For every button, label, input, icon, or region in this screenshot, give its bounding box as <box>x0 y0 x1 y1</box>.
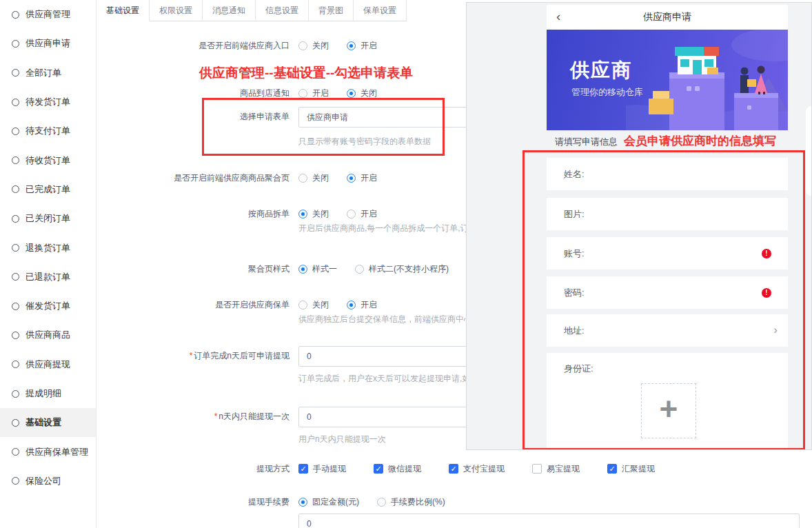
sidebar-item-已退款订单[interactable]: 已退款订单 <box>0 263 96 292</box>
banner-illustration <box>626 30 788 130</box>
radio-option-关闭[interactable]: 关闭 <box>298 40 329 52</box>
radio-label: 样式一 <box>312 263 337 275</box>
item-bullet-icon <box>12 477 19 485</box>
tab-信息设置[interactable]: 信息设置 <box>256 0 309 21</box>
radio-label: 开启 <box>312 88 329 99</box>
sidebar-item-催发货订单[interactable]: 催发货订单 <box>0 292 96 321</box>
radio-option-开启[interactable]: 开启 <box>347 299 377 311</box>
sidebar-item-供应商提现[interactable]: 供应商提现 <box>0 350 96 379</box>
phone-page-title: 供应商申请 <box>643 11 691 23</box>
sidebar-item-已关闭订单[interactable]: 已关闭订单 <box>0 204 96 233</box>
sidebar-item-label: 提成明细 <box>26 387 61 400</box>
form-section-title: 请填写申请信息 <box>555 136 618 148</box>
mobile-preview-panel: ‹ 供应商申请 <box>466 2 812 450</box>
radio-option-固定金额(元)[interactable]: 固定金额(元) <box>298 496 359 508</box>
phone-field-密码[interactable]: 密码:! <box>547 276 788 309</box>
sidebar-item-待发货订单[interactable]: 待发货订单 <box>0 88 96 116</box>
radio-option-手续费比例(%)[interactable]: 手续费比例(%) <box>377 496 445 508</box>
phone-field-账号[interactable]: 账号:! <box>547 237 788 270</box>
sidebar-item-退换货订单[interactable]: 退换货订单 <box>0 233 96 262</box>
radio-option-样式二(不支持小程序)[interactable]: 样式二(不支持小程序) <box>355 263 449 275</box>
checkbox-option-微信提现[interactable]: ✓微信提现 <box>374 463 421 475</box>
radio-label: 开启 <box>361 208 377 220</box>
phone-field-地址[interactable]: 地址:› <box>547 314 788 347</box>
form-row-label: 按商品拆单 <box>97 204 290 223</box>
sidebar-item-label: 基础设置 <box>26 416 61 429</box>
item-bullet-icon <box>12 128 19 135</box>
radio-option-关闭[interactable]: 关闭 <box>298 299 329 311</box>
item-bullet-icon <box>12 419 19 427</box>
sidebar-item-供应商保单管理[interactable]: 供应商保单管理 <box>0 437 96 466</box>
upload-plus-icon[interactable]: + <box>641 383 696 438</box>
radio-option-开启[interactable]: 开启 <box>347 208 377 220</box>
phone-field-姓名[interactable]: 姓名: <box>547 158 788 190</box>
radio-icon <box>377 498 386 507</box>
phone-field-label: 账号: <box>564 247 585 260</box>
radio-selected-icon <box>298 265 307 274</box>
sidebar-item-供应商管理[interactable]: 供应商管理 <box>0 0 96 29</box>
form-row-label: 是否开启供应商保单 <box>97 295 290 314</box>
helper-text: 开启后供应商商品,每一个商品拆成一个订单,订单屏 <box>298 223 485 234</box>
item-bullet-icon <box>12 303 19 310</box>
item-bullet-icon <box>12 273 19 281</box>
tab-权限设置[interactable]: 权限设置 <box>150 0 203 21</box>
banner-subtitle: 管理你的移动仓库 <box>571 86 643 99</box>
checkbox-label: 支付宝提现 <box>463 463 505 475</box>
supplier-banner: 供应商 管理你的移动仓库 <box>547 30 788 130</box>
tab-消息通知[interactable]: 消息通知 <box>203 0 256 21</box>
radio-option-关闭[interactable]: 关闭 <box>298 172 329 184</box>
radio-option-开启[interactable]: 开启 <box>298 88 329 99</box>
sidebar-item-label: 供应商保单管理 <box>26 446 88 458</box>
tab-保单设置[interactable]: 保单设置 <box>354 0 407 21</box>
tab-基础设置[interactable]: 基础设置 <box>97 0 150 21</box>
sidebar-item-待收货订单[interactable]: 待收货订单 <box>0 145 96 174</box>
radio-selected-icon <box>298 498 307 507</box>
radio-option-开启[interactable]: 开启 <box>347 172 377 184</box>
phone-field-身份证[interactable]: 身份证:+ <box>547 353 788 450</box>
item-bullet-icon <box>12 332 19 339</box>
sidebar-item-全部订单[interactable]: 全部订单 <box>0 59 96 88</box>
checkbox-checked-icon: ✓ <box>449 464 458 474</box>
sidebar-item-label: 供应商提现 <box>26 358 70 371</box>
form-row-label: 提现方式 <box>97 459 290 478</box>
sidebar-item-label: 全部订单 <box>26 67 61 79</box>
phone-header: ‹ 供应商申请 <box>547 5 788 30</box>
sidebar-item-待支付订单[interactable]: 待支付订单 <box>0 116 96 145</box>
helper-text: 供应商独立后台提交保单信息，前端供应商中心可 <box>298 314 480 325</box>
radio-option-样式一[interactable]: 样式一 <box>298 263 337 275</box>
sidebar-item-label: 供应商商品 <box>26 329 70 341</box>
fee-amount-input[interactable] <box>298 514 800 528</box>
tab-背景图[interactable]: 背景图 <box>309 0 354 21</box>
radio-label: 开启 <box>361 299 377 311</box>
phone-field-label: 密码: <box>564 287 585 299</box>
radio-label: 关闭 <box>312 299 329 311</box>
checkbox-checked-icon: ✓ <box>607 464 617 474</box>
radio-group: 关闭开启 <box>298 36 377 55</box>
sidebar-item-已完成订单[interactable]: 已完成订单 <box>0 175 96 204</box>
radio-option-关闭[interactable]: 关闭 <box>298 208 329 220</box>
checkbox-option-手动提现[interactable]: ✓手动提现 <box>298 463 346 475</box>
checkbox-option-支付宝提现[interactable]: ✓支付宝提现 <box>449 463 505 475</box>
checkbox-option-易宝提现[interactable]: 易宝提现 <box>532 463 580 475</box>
sidebar-item-供应商商品[interactable]: 供应商商品 <box>0 321 96 349</box>
back-chevron-icon[interactable]: ‹ <box>556 9 560 24</box>
checkbox-option-汇聚提现[interactable]: ✓汇聚提现 <box>607 463 655 475</box>
sidebar-item-保险公司[interactable]: 保险公司 <box>0 467 96 496</box>
radio-group: 固定金额(元)手续费比例(%) <box>298 492 445 511</box>
radio-option-关闭[interactable]: 关闭 <box>347 88 377 99</box>
sidebar-item-供应商申请[interactable]: 供应商申请 <box>0 29 96 58</box>
radio-group: 样式一样式二(不支持小程序) <box>298 259 449 278</box>
item-bullet-icon <box>12 40 19 48</box>
checkbox-icon <box>532 464 542 474</box>
radio-group: 关闭开启 <box>298 295 377 314</box>
sidebar-item-label: 已完成订单 <box>26 183 70 196</box>
phone-field-图片[interactable]: 图片: <box>547 198 788 230</box>
sidebar-item-label: 待收货订单 <box>26 154 70 167</box>
sidebar-item-基础设置[interactable]: 基础设置 <box>0 408 96 437</box>
helper-text: 只显示带有账号密码字段的表单数据 <box>298 136 431 148</box>
sidebar-item-提成明细[interactable]: 提成明细 <box>0 379 96 408</box>
sidebar-item-label: 已退款订单 <box>26 271 70 283</box>
checkbox-group: ✓手动提现✓微信提现✓支付宝提现易宝提现✓汇聚提现 <box>298 459 655 478</box>
radio-option-开启[interactable]: 开启 <box>347 40 377 52</box>
sidebar-item-label: 催发货订单 <box>26 300 70 312</box>
